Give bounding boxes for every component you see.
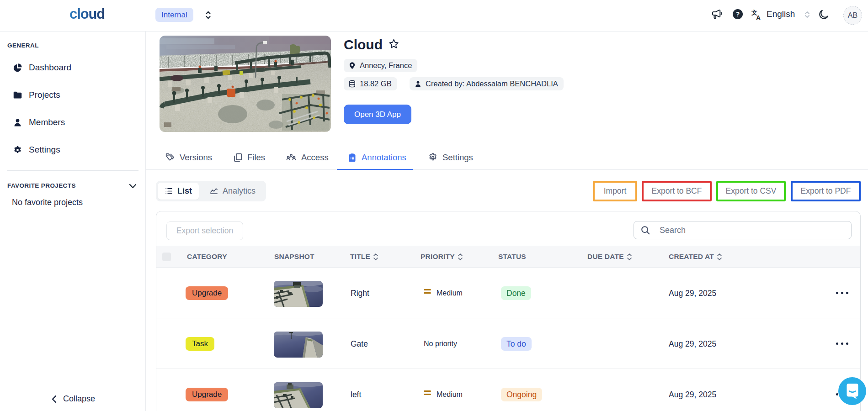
svg-text:A: A [756,14,761,21]
